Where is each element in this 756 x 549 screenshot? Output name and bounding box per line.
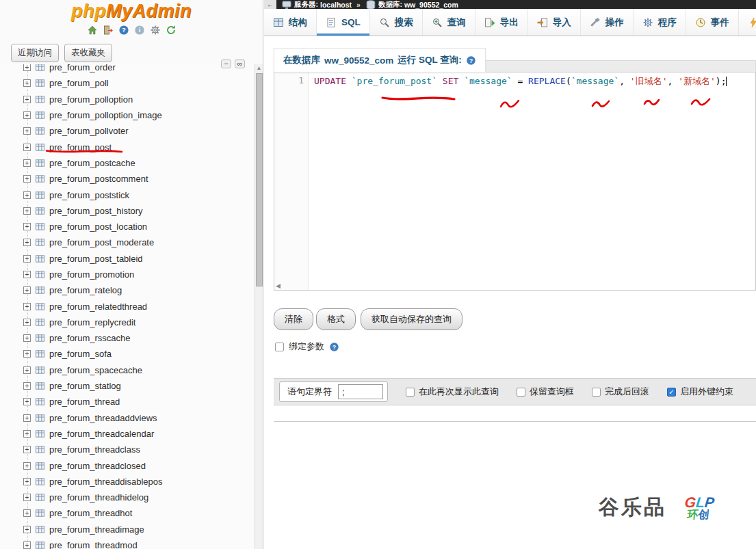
expand-icon[interactable]: +: [23, 286, 31, 294]
sidebar-table-item[interactable]: +pre_forum_threadhot: [0, 505, 255, 521]
refresh-icon[interactable]: [166, 25, 177, 36]
exit-icon[interactable]: [103, 25, 114, 36]
sidebar-table-item[interactable]: +pre_forum_threaddisablepos: [0, 474, 255, 490]
checkbox-fk-checks[interactable]: ✓启用外键约束: [667, 386, 733, 398]
sidebar-table-item[interactable]: +pre_forum_spacecache: [0, 362, 255, 378]
expand-icon[interactable]: +: [23, 223, 31, 230]
expand-icon[interactable]: +: [23, 494, 31, 501]
expand-icon[interactable]: +: [23, 462, 31, 470]
sidebar-table-item[interactable]: +pre_forum_polloption: [0, 92, 255, 107]
checkbox-icon[interactable]: [517, 388, 525, 397]
tab-structure[interactable]: 结构: [264, 9, 317, 36]
sidebar-table-item[interactable]: +pre_forum_post_location: [0, 219, 255, 235]
expand-icon[interactable]: +: [23, 111, 31, 119]
sidebar-table-item[interactable]: +pre_forum_order: [0, 64, 255, 75]
table-name[interactable]: pre_forum_threadmod: [49, 540, 138, 549]
scrollbar-up-icon[interactable]: ▲: [255, 64, 263, 72]
table-name[interactable]: pre_forum_threadhidelog: [49, 492, 148, 503]
tab-events[interactable]: 事件: [686, 9, 739, 36]
sql-editor[interactable]: 1 UPDATE `pre_forum_post` SET `message` …: [274, 72, 756, 291]
checkbox-icon[interactable]: [406, 388, 415, 397]
table-name[interactable]: pre_forum_polloption: [49, 94, 133, 105]
help-icon[interactable]: ?: [329, 342, 339, 352]
expand-icon[interactable]: +: [23, 446, 31, 453]
help-icon[interactable]: ?: [466, 55, 476, 66]
sidebar-table-item[interactable]: +pre_forum_ratelog: [0, 282, 255, 298]
editor-scroll-left-icon[interactable]: ◀: [276, 282, 281, 289]
checkbox-icon[interactable]: ✓: [667, 388, 676, 397]
sidebar-table-item[interactable]: +pre_forum_rsscache: [0, 330, 255, 346]
table-name[interactable]: pre_forum_relatedthread: [49, 302, 147, 312]
help-icon[interactable]: ?: [118, 25, 129, 36]
sidebar-table-item[interactable]: +pre_forum_post: [0, 139, 255, 155]
expand-icon[interactable]: +: [23, 207, 31, 215]
expand-icon[interactable]: +: [23, 271, 31, 278]
expand-icon[interactable]: +: [23, 255, 31, 263]
legend-database-name[interactable]: ww_90552_com: [324, 55, 393, 66]
table-name[interactable]: pre_forum_threadclosed: [49, 461, 146, 471]
table-name[interactable]: pre_forum_post_history: [49, 206, 143, 216]
sql-code-line[interactable]: UPDATE `pre_forum_post` SET `message` = …: [309, 72, 755, 87]
table-name[interactable]: pre_forum_order: [49, 64, 116, 72]
sidebar-table-item[interactable]: +pre_forum_post_tableid: [0, 251, 255, 267]
sidebar-table-item[interactable]: +pre_forum_post_moderate: [0, 235, 255, 250]
tab-export[interactable]: 导出: [475, 9, 528, 36]
tab-search[interactable]: 搜索: [370, 9, 423, 36]
home-icon[interactable]: [87, 25, 98, 36]
expand-icon[interactable]: +: [23, 334, 31, 342]
table-name[interactable]: pre_forum_poststick: [49, 190, 129, 200]
table-name[interactable]: pre_forum_promotion: [49, 269, 134, 280]
collapse-all-icon[interactable]: −: [221, 59, 231, 68]
expand-icon[interactable]: +: [23, 175, 31, 183]
link-with-main-icon[interactable]: ∞: [235, 59, 245, 68]
expand-icon[interactable]: +: [23, 319, 31, 326]
expand-icon[interactable]: +: [23, 414, 31, 422]
sidebar-table-item[interactable]: +pre_forum_postcomment: [0, 171, 255, 187]
expand-icon[interactable]: +: [23, 159, 31, 167]
format-button[interactable]: 格式: [316, 308, 356, 330]
sidebar-table-item[interactable]: +pre_forum_post_history: [0, 203, 255, 219]
expand-icon[interactable]: +: [23, 366, 31, 374]
expand-icon[interactable]: +: [23, 541, 31, 549]
table-name[interactable]: pre_forum_poll: [49, 78, 109, 88]
expand-icon[interactable]: +: [23, 303, 31, 310]
table-name[interactable]: pre_forum_threadimage: [49, 524, 144, 535]
expand-icon[interactable]: +: [23, 191, 31, 199]
tab-query[interactable]: 查询: [423, 9, 475, 36]
expand-icon[interactable]: +: [23, 79, 31, 87]
table-name[interactable]: pre_forum_postcache: [49, 158, 135, 168]
sidebar-table-item[interactable]: +pre_forum_replycredit: [0, 314, 255, 330]
table-name[interactable]: pre_forum_threadclass: [49, 444, 140, 455]
table-name[interactable]: pre_forum_post_tableid: [49, 254, 143, 264]
delimiter-input[interactable]: [338, 384, 383, 399]
sidebar-table-item[interactable]: +pre_forum_thread: [0, 394, 255, 410]
sidebar-table-item[interactable]: +pre_forum_sofa: [0, 346, 255, 362]
sidebar-table-item[interactable]: +pre_forum_threadcalendar: [0, 426, 255, 442]
expand-icon[interactable]: +: [23, 509, 31, 517]
table-name[interactable]: pre_forum_post_location: [49, 222, 147, 232]
tab-operations[interactable]: 操作: [581, 9, 634, 36]
back-arrow-icon[interactable]: ←: [264, 0, 276, 9]
table-name[interactable]: pre_forum_replycredit: [49, 317, 135, 327]
expand-icon[interactable]: +: [23, 144, 31, 151]
sidebar-table-item[interactable]: +pre_forum_statlog: [0, 378, 255, 394]
get-autosaved-query-button[interactable]: 获取自动保存的查询: [361, 308, 462, 330]
gear-icon[interactable]: [150, 25, 161, 36]
table-name[interactable]: pre_forum_pollvoter: [49, 126, 129, 136]
expand-icon[interactable]: +: [23, 382, 31, 390]
sidebar-table-item[interactable]: +pre_forum_threadclass: [0, 442, 255, 457]
scrollbar-thumb[interactable]: [256, 73, 263, 286]
table-name[interactable]: pre_forum_threadhot: [49, 508, 132, 518]
tab-import[interactable]: 导入: [528, 9, 581, 36]
phpmyadmin-logo[interactable]: phpMyAdmin: [0, 0, 263, 22]
sidebar-table-item[interactable]: +pre_forum_threadhidelog: [0, 490, 255, 505]
tab-routines[interactable]: 程序: [634, 9, 686, 36]
tab-sql[interactable]: SQL: [317, 9, 370, 36]
expand-icon[interactable]: +: [23, 64, 31, 71]
clear-button[interactable]: 清除: [274, 308, 313, 330]
sidebar-table-item[interactable]: +pre_forum_threadaddviews: [0, 410, 255, 426]
expand-icon[interactable]: +: [23, 430, 31, 438]
database-link[interactable]: ww_90552_com: [404, 1, 458, 9]
table-name[interactable]: pre_forum_rsscache: [49, 333, 131, 343]
table-name[interactable]: pre_forum_threadcalendar: [49, 429, 154, 439]
